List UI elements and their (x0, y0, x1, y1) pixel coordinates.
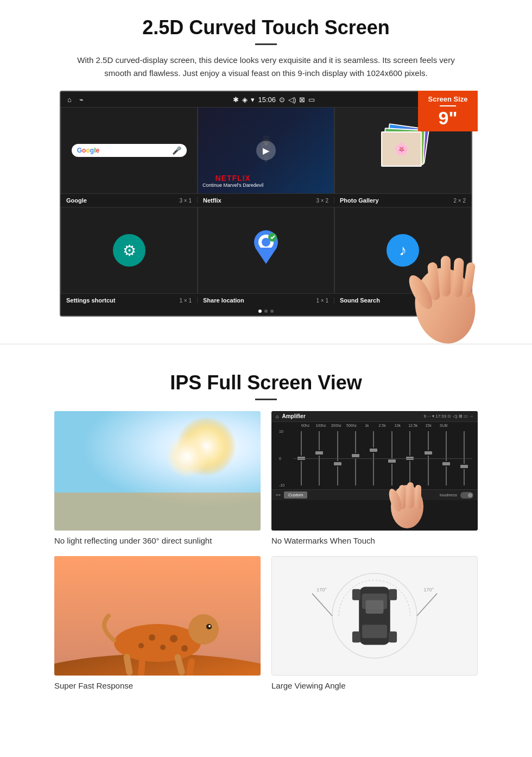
sunlight-image (54, 411, 261, 531)
google-app-cell[interactable]: Google 🎤 (61, 107, 198, 194)
sound-label-size: 1 × 1 (453, 298, 466, 304)
app-label-bar-top: Google 3 × 1 Netflix 3 × 2 Photo Gallery… (61, 194, 471, 207)
svg-rect-39 (352, 589, 360, 601)
netflix-label: Netflix 3 × 2 (198, 197, 334, 204)
sound-search-cell[interactable]: ♪ (334, 207, 471, 294)
play-button[interactable]: ▶ (256, 141, 276, 160)
netflix-app-cell[interactable]: 🕴 ▶ NETFLIX Continue Marvel's Daredevil (198, 107, 334, 194)
section-divider (0, 344, 532, 344)
google-search-bar[interactable]: Google 🎤 (72, 144, 187, 157)
ips-section: IPS Full Screen View (0, 361, 532, 706)
pagination-dot-2[interactable] (264, 310, 268, 313)
volume-icon: ◁) (288, 96, 296, 104)
app-grid-bottom: ⚙ (61, 207, 471, 294)
share-label-name: Share location (203, 297, 244, 304)
pagination-dot-1[interactable] (258, 310, 262, 313)
window-icon: ▭ (308, 96, 315, 104)
screen-size-badge: Screen Size 9" (418, 91, 478, 131)
sunlight-caption: No light reflecting under 360° direct su… (54, 536, 261, 545)
badge-size: 9" (423, 109, 472, 127)
svg-point-24 (160, 645, 166, 650)
settings-label: Settings shortcut 1 × 1 (61, 297, 198, 304)
svg-rect-13 (54, 493, 261, 531)
cheetah-image (54, 556, 261, 676)
usb-icon: ⌁ (79, 96, 84, 104)
gallery-label-size: 2 × 2 (453, 198, 466, 204)
svg-marker-3 (255, 248, 277, 264)
bluetooth-icon: ✱ (233, 96, 239, 104)
badge-divider (440, 105, 456, 106)
svg-text:170°: 170° (316, 587, 327, 592)
android-screen: ⌂ ⌁ ✱ ◈ ▾ 15:06 ⊙ ◁) ⊠ ▭ (60, 91, 472, 317)
google-maps-icon (250, 229, 282, 272)
status-bar-left: ⌂ ⌁ (67, 96, 84, 104)
pagination (61, 307, 471, 316)
sound-icon: ♪ (387, 234, 419, 267)
feature-grid: No light reflecting under 360° direct su… (33, 411, 499, 690)
settings-label-size: 1 × 1 (179, 298, 192, 304)
netflix-label-name: Netflix (203, 197, 221, 204)
badge-title: Screen Size (423, 95, 472, 103)
cheetah-caption: Super Fast Response (54, 681, 261, 690)
svg-rect-41 (352, 632, 360, 643)
section2-title-divider (255, 399, 277, 400)
google-logo: Google (77, 147, 99, 154)
amplifier-caption: No Watermarks When Touch (271, 536, 478, 545)
netflix-label-size: 3 × 2 (316, 198, 328, 204)
svg-rect-43 (366, 600, 384, 614)
sun-glow (166, 435, 209, 478)
svg-text:170°: 170° (423, 587, 434, 592)
svg-rect-40 (389, 589, 397, 601)
title-divider (255, 43, 277, 45)
gallery-label: Photo Gallery 2 × 2 (334, 197, 471, 204)
share-label-size: 1 × 1 (316, 298, 328, 304)
svg-point-27 (181, 645, 188, 652)
gallery-img-front: 🌸 (381, 131, 422, 167)
svg-point-25 (170, 635, 178, 642)
feature-sunlight: No light reflecting under 360° direct su… (54, 411, 261, 545)
google-label-size: 3 × 1 (179, 198, 192, 204)
google-label-name: Google (66, 197, 87, 204)
status-time: 15:06 (258, 96, 276, 104)
settings-icon: ⚙ (113, 234, 145, 267)
netflix-overlay: NETFLIX Continue Marvel's Daredevil (202, 174, 263, 188)
location-icon: ◈ (242, 96, 248, 104)
pagination-dot-3[interactable] (270, 310, 274, 313)
feature-cheetah: Super Fast Response (54, 556, 261, 690)
mockup-wrapper: Screen Size 9" ⌂ ⌁ ✱ ◈ ▾ 15:06 ⊙ ◁) ⊠ (60, 91, 472, 317)
camera-icon: ⊙ (279, 96, 285, 104)
app-label-bar-bottom: Settings shortcut 1 × 1 Share location 1… (61, 294, 471, 307)
section1-title: 2.5D Curved Touch Screen (33, 16, 499, 39)
car-caption: Large Viewing Angle (271, 681, 478, 690)
app-grid-top: Google 🎤 🕴 ▶ NETFLIX Continue Marvel's D… (61, 107, 471, 194)
status-bar: ⌂ ⌁ ✱ ◈ ▾ 15:06 ⊙ ◁) ⊠ ▭ (61, 92, 471, 107)
google-label: Google 3 × 1 (61, 197, 198, 204)
gallery-stack: 🌸 (378, 126, 427, 175)
section1-description: With 2.5D curved-display screen, this de… (76, 54, 456, 80)
car-image: 170° 170° (271, 556, 478, 676)
svg-point-23 (149, 634, 155, 641)
svg-rect-16 (407, 482, 414, 508)
sound-label-name: Sound Search (340, 297, 380, 304)
status-bar-center: ✱ ◈ ▾ 15:06 ⊙ ◁) ⊠ ▭ (233, 96, 315, 104)
settings-app-cell[interactable]: ⚙ (61, 207, 198, 294)
battery-x-icon: ⊠ (299, 96, 305, 104)
svg-rect-42 (389, 632, 397, 643)
curved-screen-section: 2.5D Curved Touch Screen With 2.5D curve… (0, 0, 532, 327)
share-label: Share location 1 × 1 (198, 297, 334, 304)
svg-point-33 (208, 625, 211, 627)
section2-title: IPS Full Screen View (33, 371, 499, 394)
amplifier-image: ⌂ Amplifier 9 ··· ▾ 17:33 ⊙ ◁) ⊠ ▭ → 60h… (271, 411, 478, 531)
svg-rect-17 (415, 485, 421, 509)
wifi-icon: ▾ (251, 96, 255, 104)
settings-label-name: Settings shortcut (66, 297, 115, 304)
share-location-cell[interactable] (198, 207, 334, 294)
home-icon[interactable]: ⌂ (67, 96, 72, 104)
google-mic-icon[interactable]: 🎤 (172, 146, 181, 155)
feature-car: 170° 170° Large Viewing Angle (271, 556, 478, 690)
netflix-logo: NETFLIX (202, 174, 263, 182)
svg-point-22 (188, 614, 219, 645)
sound-label: Sound Search 1 × 1 (334, 297, 471, 304)
feature-amplifier: ⌂ Amplifier 9 ··· ▾ 17:33 ⊙ ◁) ⊠ ▭ → 60h… (271, 411, 478, 545)
netflix-subtitle: Continue Marvel's Daredevil (202, 182, 263, 188)
